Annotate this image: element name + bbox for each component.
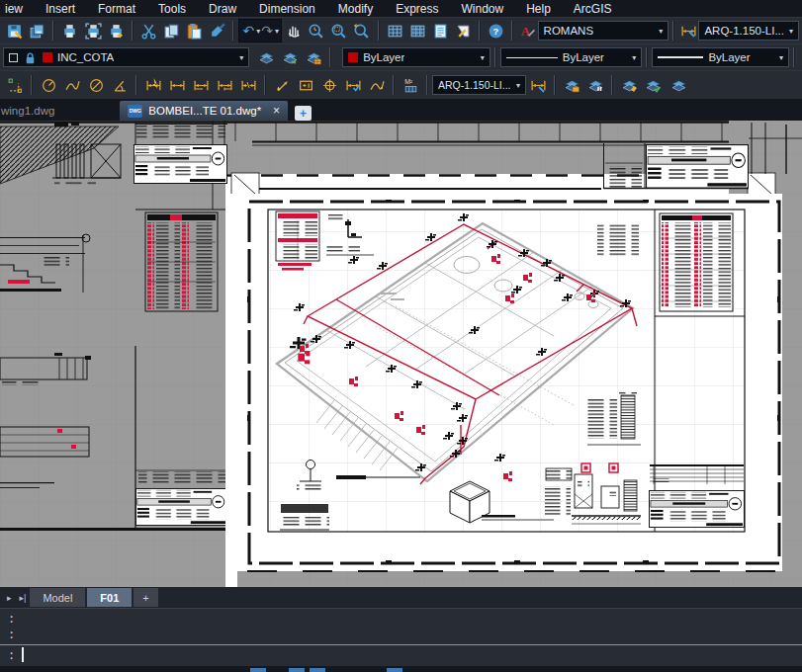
add-layout-button[interactable]: + <box>134 588 157 607</box>
table-icon[interactable] <box>384 20 406 42</box>
text-style-icon[interactable] <box>517 20 537 42</box>
document-tab-active[interactable]: DWG BOMBEI...TE 01.dwg* × <box>120 101 288 121</box>
menu-item-modify[interactable]: Modify <box>327 2 385 16</box>
zoom-realtime-icon[interactable] <box>305 20 327 42</box>
chevron-down-icon[interactable] <box>779 53 783 62</box>
chevron-down-icon[interactable] <box>275 27 279 36</box>
radius-dim-icon[interactable] <box>37 74 60 96</box>
help-icon[interactable] <box>485 20 507 42</box>
menu-item-arcgis[interactable]: ArcGIS <box>563 2 624 16</box>
new-drawing-button[interactable]: + <box>295 106 312 121</box>
format-painter-icon[interactable] <box>206 20 228 42</box>
print-icon[interactable] <box>58 20 81 42</box>
area-icon[interactable] <box>399 74 422 96</box>
text-style-combo[interactable]: ROMANS <box>538 21 669 41</box>
undo-icon[interactable]: ↶ <box>241 24 255 38</box>
menu-item-express[interactable]: Express <box>385 2 450 16</box>
print-export-icon[interactable] <box>105 20 128 42</box>
publish-sheets-icon[interactable] <box>26 20 48 42</box>
menu-item-view[interactable]: iew <box>3 2 35 16</box>
close-icon[interactable]: × <box>267 104 280 118</box>
layer-on-icon[interactable] <box>641 74 665 96</box>
zoom-window-icon[interactable] <box>327 20 350 42</box>
chevron-down-icon[interactable] <box>789 27 793 36</box>
layer-properties-icon[interactable] <box>254 46 278 68</box>
tab-f01[interactable]: F01 <box>87 588 132 607</box>
pan-icon[interactable] <box>282 20 305 42</box>
document-icon[interactable] <box>429 20 452 42</box>
print-preview-icon[interactable] <box>81 20 104 42</box>
copy-icon[interactable] <box>160 20 183 42</box>
layer-off-icon[interactable] <box>9 53 18 62</box>
menu-item-tools[interactable]: Tools <box>147 2 198 16</box>
chevron-down-icon[interactable] <box>481 53 485 62</box>
dim-update-icon[interactable] <box>526 74 550 96</box>
paste-icon[interactable] <box>183 20 206 42</box>
layout-nav-next-icon[interactable]: ▸| <box>16 593 31 603</box>
ucs-icon[interactable] <box>3 74 27 96</box>
document-tab-label: BOMBEI...TE 01.dwg* <box>148 105 261 117</box>
layer-walk-icon[interactable] <box>583 74 607 96</box>
chevron-down-icon[interactable] <box>632 53 636 62</box>
toolbar-separator <box>511 21 513 41</box>
status-toggle-button[interactable] <box>250 668 266 672</box>
layer-previous-icon[interactable] <box>278 46 302 68</box>
layer-color-swatch <box>43 52 52 62</box>
dim-style-value-2: ARQ-1.150-LI... <box>438 79 511 91</box>
angular-dim-icon[interactable] <box>108 74 132 96</box>
toolbar-separator <box>329 47 331 67</box>
redo-icon[interactable]: ↷ <box>260 24 274 38</box>
menu-item-window[interactable]: Window <box>450 2 515 16</box>
document-tab-drawing1[interactable]: wing1.dwg <box>0 101 68 121</box>
continue-dim-icon[interactable] <box>213 74 236 96</box>
menu-item-dimension[interactable]: Dimension <box>248 2 327 16</box>
menu-item-help[interactable]: Help <box>515 2 563 16</box>
command-divider <box>0 644 802 645</box>
linetype-combo[interactable]: ByLayer <box>500 47 643 67</box>
jogged-dim-icon[interactable] <box>60 74 84 96</box>
menu-item-insert[interactable]: Insert <box>35 2 87 16</box>
chevron-down-icon[interactable] <box>659 27 663 36</box>
drawing-canvas[interactable] <box>0 121 802 587</box>
tab-model[interactable]: Model <box>30 588 85 607</box>
zoom-previous-icon[interactable] <box>350 20 373 42</box>
baseline-dim-icon[interactable] <box>189 74 213 96</box>
layout-nav-prev-icon[interactable]: ▸ <box>3 593 16 603</box>
markup-icon[interactable] <box>452 20 475 42</box>
dim-style-combo[interactable]: ARQ-1.150-LI... <box>698 21 799 41</box>
center-mark-icon[interactable] <box>317 74 341 96</box>
layer-manager-icon[interactable] <box>560 74 583 96</box>
undo-redo-group: ↶ ↷ <box>238 19 282 42</box>
chevron-down-icon[interactable] <box>239 53 243 62</box>
cut-icon[interactable] <box>137 20 160 42</box>
layer-combo[interactable]: INC_COTA <box>3 47 249 67</box>
linear-dim-icon[interactable] <box>165 74 189 96</box>
menu-item-format[interactable]: Format <box>87 2 147 16</box>
dim-break-icon[interactable] <box>236 74 260 96</box>
toolbar-separator <box>646 47 648 67</box>
layer-lock-icon[interactable] <box>667 74 690 96</box>
toolbar-separator <box>135 75 137 95</box>
command-input[interactable]: : <box>8 647 24 662</box>
dim-style-icon[interactable] <box>678 20 698 42</box>
lock-icon[interactable] <box>23 50 38 65</box>
color-combo[interactable]: ByLayer <box>342 47 490 67</box>
sheet-set-icon[interactable] <box>406 20 429 42</box>
layer-freeze-icon[interactable] <box>617 74 641 96</box>
menu-item-draw[interactable]: Draw <box>198 2 248 16</box>
status-toggle-button[interactable] <box>289 668 305 672</box>
dim-style-combo-2[interactable]: ARQ-1.150-LI... <box>432 75 526 95</box>
dim-text-edit-icon[interactable] <box>365 74 389 96</box>
status-toggle-button[interactable] <box>310 668 325 672</box>
tolerance-icon[interactable] <box>294 74 317 96</box>
layer-states-icon[interactable] <box>302 46 325 68</box>
diameter-dim-icon[interactable] <box>84 74 108 96</box>
save-icon[interactable] <box>3 20 26 42</box>
command-line[interactable]: : : : <box>0 608 802 666</box>
quick-dim-icon[interactable] <box>141 74 165 96</box>
leader-icon[interactable] <box>270 74 294 96</box>
lineweight-combo[interactable]: ByLayer <box>652 47 789 67</box>
status-toggle-button[interactable] <box>387 668 402 672</box>
dim-edit-icon[interactable] <box>341 74 365 96</box>
chevron-down-icon[interactable] <box>516 81 520 90</box>
